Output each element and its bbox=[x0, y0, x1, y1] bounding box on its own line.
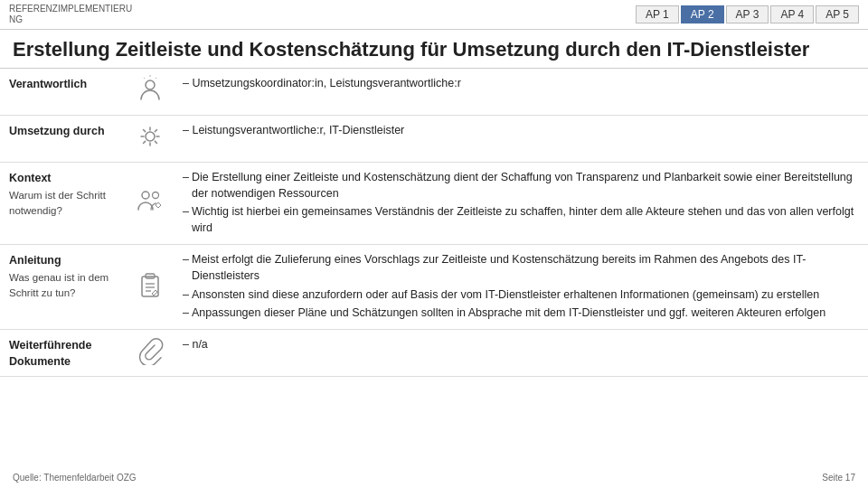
person-icon bbox=[136, 75, 165, 104]
page-number: Seite 17 bbox=[822, 473, 855, 483]
table-row: Umsetzung durch – Leistungsverantwortlic… bbox=[0, 115, 868, 162]
row-label-verantwortlich: Verantwortlich bbox=[0, 69, 127, 116]
svg-point-4 bbox=[146, 132, 155, 141]
main-content-table: Verantwortlich – Umsetzungskoordinator:i… bbox=[0, 69, 868, 378]
list-item: Ansonsten sind diese anzufordern oder au… bbox=[183, 286, 859, 303]
row-label-anleitung: Anleitung Was genau ist in dem Schritt z… bbox=[0, 245, 127, 330]
row-label-dokumente: Weiterführende Dokumente bbox=[0, 329, 127, 376]
svg-line-3 bbox=[144, 78, 145, 79]
tab-ap3[interactable]: AP 3 bbox=[726, 5, 769, 23]
list-item: Anpassungen dieser Pläne und Schätzungen… bbox=[183, 305, 859, 321]
row-content-verantwortlich: – Umsetzungskoordinator:in, Leistungsver… bbox=[174, 69, 868, 116]
row-content-dokumente: – n/a bbox=[174, 329, 868, 376]
row-content-umsetzung: – Leistungsverantwortliche:r, IT-Dienstl… bbox=[174, 115, 868, 162]
row-icon-verantwortlich bbox=[127, 69, 174, 116]
svg-point-0 bbox=[146, 80, 155, 89]
row-content-anleitung: Meist erfolgt die Zulieferung eines Vors… bbox=[174, 245, 868, 330]
ap-tabs: AP 1 AP 2 AP 3 AP 4 AP 5 bbox=[636, 5, 859, 23]
list-item: Die Erstellung einer Zeitleiste und Kost… bbox=[183, 169, 859, 202]
footer: Quelle: Themenfeldarbeit OZG Seite 17 bbox=[13, 473, 855, 483]
paperclip-icon bbox=[136, 336, 165, 365]
people-icon bbox=[136, 186, 165, 215]
row-icon-kontext bbox=[127, 162, 174, 245]
row-icon-dokumente bbox=[127, 329, 174, 376]
page-title: Erstellung Zeitleiste und Kostenschätzun… bbox=[0, 30, 868, 69]
row-icon-anleitung bbox=[127, 245, 174, 330]
svg-line-2 bbox=[156, 78, 156, 79]
list-item: Wichtig ist hierbei ein gemeinsames Vers… bbox=[183, 203, 859, 236]
tab-ap1[interactable]: AP 1 bbox=[636, 5, 679, 23]
clipboard-icon bbox=[136, 270, 165, 299]
brand: REFERENZIMPLEMENTIERU NG bbox=[9, 4, 132, 25]
table-row: Kontext Warum ist der Schritt notwendig?… bbox=[0, 162, 868, 245]
tab-ap4[interactable]: AP 4 bbox=[770, 5, 814, 23]
svg-point-6 bbox=[153, 192, 159, 199]
tab-ap5[interactable]: AP 5 bbox=[816, 5, 859, 23]
source-label: Quelle: Themenfeldarbeit OZG bbox=[13, 473, 137, 483]
svg-point-5 bbox=[142, 192, 149, 199]
row-content-kontext: Die Erstellung einer Zeitleiste und Kost… bbox=[174, 162, 868, 245]
row-label-umsetzung: Umsetzung durch bbox=[0, 115, 127, 162]
table-row: Anleitung Was genau ist in dem Schritt z… bbox=[0, 245, 868, 330]
row-icon-umsetzung bbox=[127, 115, 174, 162]
top-bar: REFERENZIMPLEMENTIERU NG AP 1 AP 2 AP 3 … bbox=[0, 0, 868, 30]
brand-line1: REFERENZIMPLEMENTIERU bbox=[9, 4, 132, 14]
brand-line2: NG bbox=[9, 14, 23, 24]
table-row: Verantwortlich – Umsetzungskoordinator:i… bbox=[0, 69, 868, 116]
list-item: Meist erfolgt die Zulieferung eines Vors… bbox=[183, 251, 859, 284]
tab-ap2[interactable]: AP 2 bbox=[681, 5, 724, 23]
table-row: Weiterführende Dokumente – n/a bbox=[0, 329, 868, 376]
gear-icon bbox=[136, 122, 165, 151]
row-label-kontext: Kontext Warum ist der Schritt notwendig? bbox=[0, 162, 127, 245]
